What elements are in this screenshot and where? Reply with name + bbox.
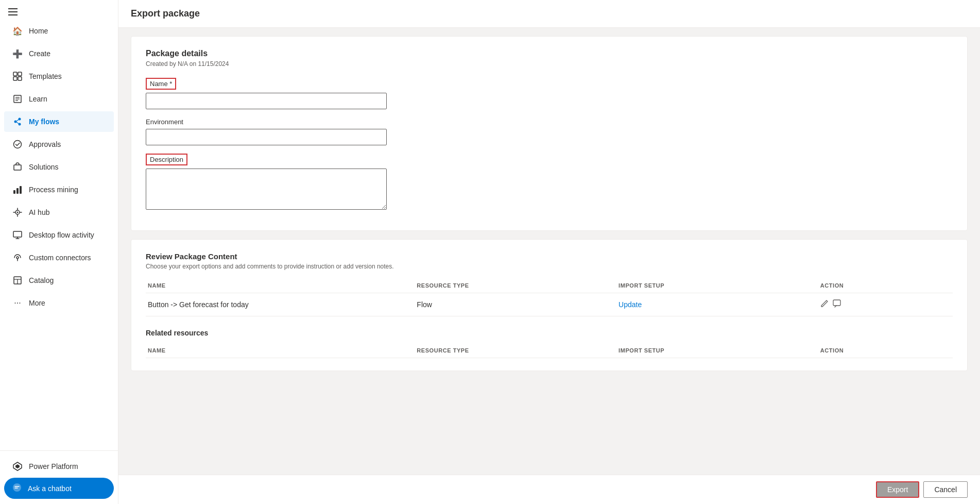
svg-rect-0	[13, 72, 17, 76]
sidebar-item-process-mining[interactable]: Process mining	[4, 179, 114, 200]
sidebar-label-more: More	[29, 299, 106, 307]
export-button[interactable]: Export	[876, 481, 919, 498]
row-action	[818, 299, 953, 310]
sidebar-label-learn: Learn	[29, 95, 106, 103]
chatbot-button[interactable]: Ask a chatbot	[4, 478, 114, 499]
sidebar-item-learn[interactable]: Learn	[4, 89, 114, 109]
sidebar-item-more[interactable]: ··· More	[4, 293, 114, 313]
col-header-name: NAME	[146, 282, 415, 289]
sidebar-item-templates[interactable]: Templates	[4, 66, 114, 87]
review-section-desc: Choose your export options and add comme…	[146, 263, 953, 270]
svg-rect-2	[13, 77, 17, 80]
col-header-action: ACTION	[818, 282, 953, 289]
svg-rect-17	[20, 186, 22, 194]
sidebar-item-desktop-flow-activity[interactable]: Desktop flow activity	[4, 225, 114, 245]
related-table-header: NAME RESOURCE TYPE IMPORT SETUP ACTION	[146, 343, 953, 358]
svg-rect-29	[833, 300, 840, 306]
create-icon: ➕	[12, 48, 23, 59]
review-table: NAME RESOURCE TYPE IMPORT SETUP ACTION B…	[146, 278, 953, 316]
svg-rect-16	[16, 188, 19, 194]
sidebar-item-create[interactable]: ➕ Create	[4, 43, 114, 64]
package-details-card: Package details Created by N/A on 11/15/…	[131, 36, 968, 231]
templates-icon	[12, 71, 23, 81]
sidebar-item-ai-hub[interactable]: AI hub	[4, 202, 114, 223]
sidebar-item-my-flows[interactable]: My flows	[4, 111, 114, 132]
review-table-header: NAME RESOURCE TYPE IMPORT SETUP ACTION	[146, 278, 953, 293]
description-textarea[interactable]	[146, 169, 387, 210]
svg-rect-3	[18, 77, 22, 80]
home-icon: 🏠	[12, 26, 23, 36]
related-resources-title: Related resources	[146, 329, 953, 337]
chatbot-label: Ask a chatbot	[28, 484, 72, 493]
page-title: Export package	[131, 8, 968, 19]
sidebar-item-approvals[interactable]: Approvals	[4, 134, 114, 155]
power-platform-icon	[12, 461, 23, 472]
related-col-action: ACTION	[818, 347, 953, 354]
catalog-icon	[12, 275, 23, 285]
sidebar-item-home[interactable]: 🏠 Home	[4, 21, 114, 41]
desktop-flow-icon	[12, 230, 23, 240]
ai-hub-icon	[12, 207, 23, 217]
sidebar-label-ai-hub: AI hub	[29, 208, 106, 216]
sidebar-label-solutions: Solutions	[29, 163, 106, 171]
approvals-icon	[12, 139, 23, 149]
sidebar-label-approvals: Approvals	[29, 140, 106, 148]
related-resources-table: NAME RESOURCE TYPE IMPORT SETUP ACTION	[146, 343, 953, 358]
page-header: Export package	[118, 0, 980, 28]
row-resource-type: Flow	[415, 300, 616, 309]
name-label: Name *	[146, 78, 176, 90]
sidebar-item-catalog[interactable]: Catalog	[4, 270, 114, 291]
main-content: Export package Package details Created b…	[118, 0, 980, 504]
content-area: Package details Created by N/A on 11/15/…	[118, 28, 980, 379]
cancel-button[interactable]: Cancel	[923, 481, 968, 498]
description-field-group: Description	[146, 154, 953, 210]
svg-line-11	[16, 120, 19, 121]
sidebar-label-my-flows: My flows	[29, 117, 106, 126]
sidebar-label-templates: Templates	[29, 72, 106, 80]
table-row: Button -> Get forecast for today Flow Up…	[146, 293, 953, 316]
sidebar-label-power-platform: Power Platform	[29, 462, 106, 471]
edit-icon[interactable]	[820, 299, 829, 310]
related-resources-section: Related resources NAME RESOURCE TYPE IMP…	[146, 329, 953, 358]
my-flows-icon	[12, 116, 23, 127]
sidebar: 🏠 Home ➕ Create Templates Learn My flows…	[0, 0, 118, 504]
sidebar-label-create: Create	[29, 49, 106, 58]
bottom-action-bar: Export Cancel	[118, 475, 980, 504]
review-section-title: Review Package Content	[146, 252, 953, 261]
hamburger-icon	[8, 8, 18, 15]
package-details-subtitle: Created by N/A on 11/15/2024	[146, 60, 953, 68]
sidebar-item-solutions[interactable]: Solutions	[4, 157, 114, 177]
svg-line-12	[16, 122, 19, 124]
chatbot-icon	[12, 483, 22, 494]
sidebar-label-desktop-flow-activity: Desktop flow activity	[29, 231, 106, 239]
comment-icon[interactable]	[833, 299, 841, 310]
custom-connectors-icon	[12, 253, 23, 263]
related-col-resource-type: RESOURCE TYPE	[415, 347, 616, 354]
svg-rect-1	[18, 72, 22, 76]
row-import-setup: Update	[616, 300, 818, 309]
sidebar-item-power-platform[interactable]: Power Platform	[4, 456, 114, 477]
update-link[interactable]: Update	[618, 300, 642, 309]
svg-point-19	[17, 212, 19, 213]
review-package-card: Review Package Content Choose your expor…	[131, 239, 968, 371]
sidebar-item-custom-connectors[interactable]: Custom connectors	[4, 247, 114, 268]
name-input[interactable]	[146, 93, 387, 109]
sidebar-label-home: Home	[29, 27, 106, 35]
environment-field-group: Environment	[146, 117, 953, 145]
svg-point-8	[14, 121, 17, 123]
environment-input[interactable]	[146, 129, 387, 145]
svg-rect-14	[14, 165, 21, 170]
learn-icon	[12, 94, 23, 104]
name-field-group: Name *	[146, 78, 953, 109]
more-icon: ···	[12, 298, 23, 308]
sidebar-label-process-mining: Process mining	[29, 186, 106, 194]
action-icons	[820, 299, 951, 310]
environment-label: Environment	[146, 118, 183, 126]
col-header-import-setup: IMPORT SETUP	[616, 282, 818, 289]
sidebar-label-custom-connectors: Custom connectors	[29, 254, 106, 262]
col-header-resource-type: RESOURCE TYPE	[415, 282, 616, 289]
row-name: Button -> Get forecast for today	[146, 300, 415, 309]
description-label: Description	[146, 154, 187, 165]
hamburger-menu[interactable]	[0, 0, 118, 20]
related-col-import-setup: IMPORT SETUP	[616, 347, 818, 354]
